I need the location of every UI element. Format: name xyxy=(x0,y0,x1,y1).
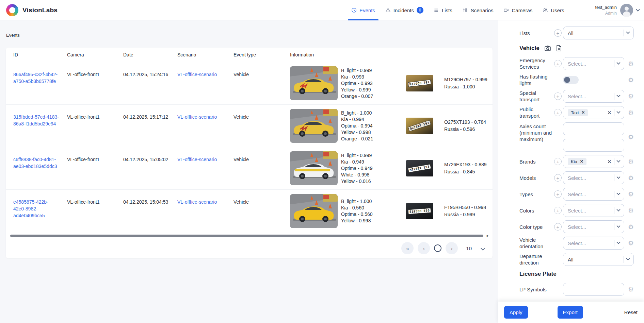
event-id-link[interactable]: e4585875-422b-42e0-8982-ad4e0409bc55 xyxy=(13,190,67,232)
plus-icon[interactable]: + xyxy=(554,60,562,67)
color-type-select[interactable]: Select... xyxy=(563,220,624,233)
gear-icon[interactable]: ⚙ xyxy=(628,207,634,214)
page-size-value[interactable]: 10 xyxy=(466,245,472,251)
axles-min-input[interactable] xyxy=(563,122,624,135)
nav-item-events[interactable]: Events xyxy=(351,0,375,20)
event-scenario-link[interactable]: VL-offfice-scenario xyxy=(177,62,234,104)
camera-snapshot-icon[interactable] xyxy=(544,45,551,52)
lists-select[interactable]: All xyxy=(563,27,634,39)
select-divider xyxy=(614,207,614,214)
horizontal-scrollbar-thumb[interactable] xyxy=(10,235,483,237)
tag-label: Taxi xyxy=(571,110,579,115)
plate-photo[interactable]: E195BH 550 xyxy=(406,203,433,219)
gear-icon[interactable]: ⚙ xyxy=(628,158,634,165)
horizontal-scrollbar[interactable]: ▶ xyxy=(10,235,488,237)
event-id-link[interactable]: 315fbded-57cd-4183-86a8-f1dd5bd29e94 xyxy=(13,105,67,147)
document-icon[interactable] xyxy=(556,45,562,52)
plate-photo[interactable]: O275XT 193 xyxy=(406,118,433,134)
brand-logo[interactable]: VisionLabs xyxy=(6,0,58,20)
gear-icon[interactable]: ⚙ xyxy=(628,93,634,100)
filter-label: Departure direction xyxy=(519,253,554,266)
event-id-link[interactable]: c6ff8838-fac0-4d81-ae03-ebd183e5ddc3 xyxy=(13,147,67,189)
plate-value: M726EX193 - 0.889 xyxy=(444,161,487,168)
plus-icon[interactable]: + xyxy=(554,190,562,198)
select-placeholder: Select... xyxy=(568,240,611,246)
previous-page-button[interactable]: ‹ xyxy=(418,242,430,254)
plus-icon[interactable]: + xyxy=(554,223,562,231)
gear-icon[interactable]: ⚙ xyxy=(628,61,634,67)
plate-photo[interactable]: M129OH 797 xyxy=(406,75,433,91)
chevron-down-icon xyxy=(616,240,620,244)
event-scenario-link[interactable]: VL-offfice-scenario xyxy=(177,190,234,232)
flashing-lights-toggle[interactable] xyxy=(563,76,579,84)
nav-item-scenarios[interactable]: Scenarios xyxy=(463,0,494,20)
plus-icon[interactable]: + xyxy=(554,158,562,165)
gear-icon[interactable]: ⚙ xyxy=(628,240,634,247)
vehicle-photo[interactable] xyxy=(290,109,338,143)
filter-label: Color type xyxy=(519,224,554,230)
plus-icon[interactable]: + xyxy=(554,207,562,214)
plus-icon[interactable]: + xyxy=(554,29,562,37)
public-transport-select[interactable]: Taxi✕ ✕ xyxy=(563,106,624,119)
event-date: 04.12.2025, 15:05:02 xyxy=(123,147,177,189)
nav-item-cameras[interactable]: Cameras xyxy=(503,0,532,20)
clear-select-icon[interactable]: ✕ xyxy=(608,110,611,115)
gear-icon[interactable]: ⚙ xyxy=(628,109,634,116)
plus-icon[interactable]: + xyxy=(554,109,562,116)
chevron-down-icon xyxy=(626,30,630,34)
gear-icon[interactable]: ⚙ xyxy=(628,77,634,83)
export-button[interactable]: Export xyxy=(558,306,583,319)
brands-select[interactable]: Kia✕ ✕ xyxy=(563,155,624,168)
reset-button[interactable]: Reset xyxy=(624,309,638,315)
current-page-indicator[interactable] xyxy=(434,244,441,252)
gear-icon[interactable]: ⚙ xyxy=(628,191,634,198)
plus-icon[interactable]: + xyxy=(554,92,562,100)
plate-photo[interactable]: M726EX 193 xyxy=(406,160,433,176)
page-title: Events xyxy=(6,33,20,38)
filter-colors: Colors + Select... ⚙ xyxy=(519,204,634,217)
axles-max-input[interactable] xyxy=(563,139,624,152)
tag-remove-icon[interactable]: ✕ xyxy=(581,110,585,115)
attribute: Optima - 0.993 xyxy=(341,80,403,87)
nav-item-lists[interactable]: Lists xyxy=(434,0,452,20)
vehicle-photo[interactable] xyxy=(290,194,338,228)
plus-icon[interactable]: + xyxy=(554,174,562,182)
apply-button[interactable]: Apply xyxy=(504,306,528,319)
select-divider xyxy=(624,256,624,263)
special-transport-select[interactable]: Select... xyxy=(563,90,624,103)
nav-scenarios-label: Scenarios xyxy=(471,7,494,13)
next-page-button[interactable]: › xyxy=(446,242,458,254)
event-id-link[interactable]: 866af495-c32f-4b42-a750-a5b3b65778fe xyxy=(13,62,67,104)
user-menu[interactable]: test_admin Admin xyxy=(595,0,639,20)
col-header-date: Date xyxy=(123,52,177,57)
attribute: Kia - 0.560 xyxy=(341,205,403,211)
page-size-chevron-icon[interactable] xyxy=(481,246,485,251)
filter-has-flashing-lights: Has flashing lights ⚙ xyxy=(519,73,634,86)
gear-icon[interactable]: ⚙ xyxy=(628,224,634,230)
filter-label: Special transport xyxy=(519,90,554,103)
emergency-services-select[interactable]: Select... xyxy=(563,57,624,70)
clear-select-icon[interactable]: ✕ xyxy=(608,159,611,164)
gear-icon[interactable]: ⚙ xyxy=(628,175,634,181)
nav-item-incidents[interactable]: Incidents 0 xyxy=(385,0,423,20)
vehicle-attributes: B_light - 1.000 Kia - 0.994 Optima - 0.9… xyxy=(341,110,403,142)
col-header-event-type: Event type xyxy=(234,52,290,57)
license-plate-section-title: License Plate xyxy=(519,271,557,277)
vehicle-photo[interactable] xyxy=(290,151,338,185)
event-scenario-link[interactable]: VL-offfice-scenario xyxy=(177,105,234,147)
event-scenario-link[interactable]: VL-offfice-scenario xyxy=(177,147,234,189)
gear-icon[interactable]: ⚙ xyxy=(628,134,634,140)
departure-direction-select[interactable]: All xyxy=(563,253,634,266)
lp-symbols-input[interactable] xyxy=(563,283,624,296)
vehicle-orientation-select[interactable]: Select... xyxy=(563,237,624,250)
tag-remove-icon[interactable]: ✕ xyxy=(580,159,583,164)
models-select[interactable]: Select... xyxy=(563,171,624,184)
scroll-right-arrow-icon[interactable]: ▶ xyxy=(487,234,489,237)
nav-item-users[interactable]: Users xyxy=(543,0,564,20)
colors-select[interactable]: Select... xyxy=(563,204,624,217)
types-select[interactable]: Select... xyxy=(563,188,624,201)
vehicle-photo[interactable] xyxy=(290,66,338,100)
first-page-button[interactable]: « xyxy=(401,242,414,254)
attribute: Yellow - 0.016 xyxy=(341,178,403,185)
gear-icon[interactable]: ⚙ xyxy=(628,286,634,293)
